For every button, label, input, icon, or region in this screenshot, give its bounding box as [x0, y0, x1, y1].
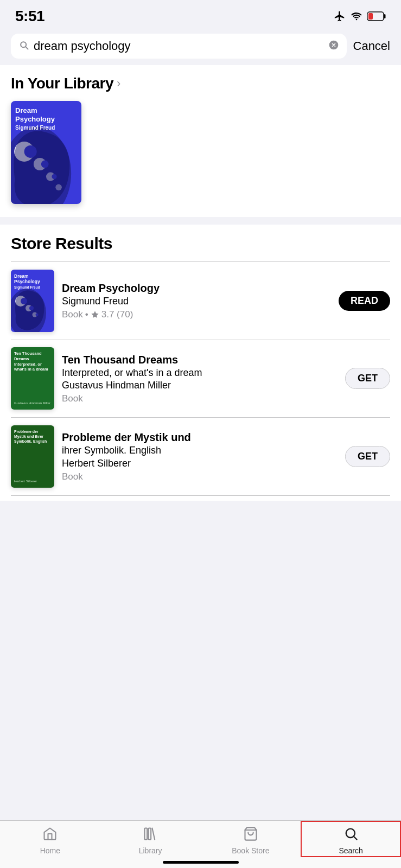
- tab-bookstore-label: Book Store: [232, 846, 269, 855]
- tab-search[interactable]: Search: [301, 821, 401, 857]
- book-title-1: Dream Psychology: [62, 281, 331, 295]
- tab-home-label: Home: [40, 846, 60, 855]
- library-book-item[interactable]: DreamPsychology Sigmund Freud: [11, 101, 81, 204]
- star-icon-1: [91, 310, 99, 319]
- book-author-3: Herbert Silberer: [62, 457, 338, 470]
- status-time: 5:51: [15, 8, 44, 25]
- get-button-3[interactable]: GET: [345, 446, 390, 467]
- ten-thousand-dreams-cover: Ten Thousand Dreams Interpreted, or what…: [11, 347, 54, 410]
- svg-point-22: [346, 829, 354, 838]
- status-bar: 5:51: [0, 0, 401, 29]
- tab-home[interactable]: Home: [0, 821, 100, 857]
- svg-line-23: [354, 837, 357, 839]
- divider-3: [11, 495, 390, 496]
- wifi-icon: [350, 10, 363, 22]
- book-author-1: Sigmund Freud: [62, 295, 331, 308]
- library-chevron-icon: ›: [117, 76, 120, 91]
- store-result-item[interactable]: DreamPsychology Sigmund Freud Dream Psyc…: [11, 262, 390, 340]
- cancel-button[interactable]: Cancel: [353, 39, 390, 53]
- tab-library[interactable]: Library: [100, 821, 201, 857]
- cover-art-small: [11, 283, 54, 332]
- book-subtitle-3: ihrer Symbolik. English: [62, 444, 338, 457]
- book-meta-3: Book: [62, 471, 338, 482]
- tab-library-label: Library: [139, 846, 162, 855]
- search-tab-icon: [343, 826, 359, 844]
- probleme-cover: Probleme der Mystik und ihrer Symbolik. …: [11, 425, 54, 488]
- svg-rect-1: [384, 14, 386, 18]
- bookstore-icon: [243, 826, 259, 844]
- search-icon-small: [18, 40, 29, 53]
- store-results-title: Store Results: [11, 234, 390, 253]
- book-meta-1: Book • 3.7 (70): [62, 309, 331, 320]
- get-button-2[interactable]: GET: [345, 368, 390, 389]
- book-author-2: Gustavus Hindman Miller: [62, 379, 338, 392]
- svg-rect-2: [368, 13, 373, 20]
- search-input-wrapper[interactable]: dream psychology: [11, 34, 347, 59]
- library-books-list: DreamPsychology Sigmund Freud: [11, 101, 390, 206]
- search-input-field[interactable]: dream psychology: [34, 39, 324, 53]
- library-section-header[interactable]: In Your Library ›: [11, 75, 390, 92]
- search-clear-button[interactable]: [328, 40, 339, 53]
- book-info-2: Ten Thousand Dreams Interpreted, or what…: [62, 353, 338, 405]
- dream-psychology-cover-large: DreamPsychology Sigmund Freud: [11, 101, 81, 204]
- status-icons: [334, 10, 386, 22]
- library-icon: [142, 826, 158, 844]
- svg-rect-20: [149, 828, 151, 840]
- book-info-1: Dream Psychology Sigmund Freud Book • 3.…: [62, 281, 331, 320]
- tab-bookstore[interactable]: Book Store: [201, 821, 301, 857]
- airplane-icon: [334, 10, 346, 22]
- book-title-2: Ten Thousand Dreams: [62, 353, 338, 367]
- book-info-3: Probleme der Mystik und ihrer Symbolik. …: [62, 430, 338, 482]
- store-result-item[interactable]: Ten Thousand Dreams Interpreted, or what…: [11, 340, 390, 417]
- dream-psychology-cover-small: DreamPsychology Sigmund Freud: [11, 270, 54, 332]
- store-result-item[interactable]: Probleme der Mystik und ihrer Symbolik. …: [11, 418, 390, 495]
- home-icon: [42, 826, 58, 844]
- search-bar-container: dream psychology Cancel: [0, 29, 401, 64]
- svg-rect-19: [145, 828, 148, 840]
- tab-search-label: Search: [339, 846, 362, 855]
- library-section-title: In Your Library: [11, 75, 113, 92]
- book-meta-2: Book: [62, 393, 338, 404]
- book-title-3: Probleme der Mystik und: [62, 430, 338, 444]
- library-section: In Your Library › DreamPsychology Sigmun…: [0, 65, 401, 217]
- book-subtitle-2: Interpreted, or what's in a dream: [62, 367, 338, 379]
- home-indicator: [163, 861, 239, 864]
- store-results-section: Store Results DreamPsychology Sigmund Fr…: [0, 225, 401, 501]
- battery-icon: [367, 11, 386, 21]
- read-button-1[interactable]: READ: [339, 291, 390, 311]
